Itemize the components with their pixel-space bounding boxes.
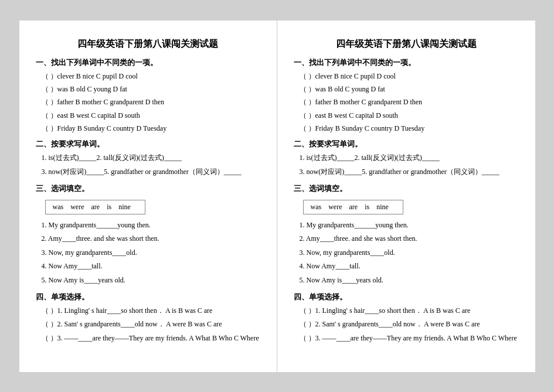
section1-line-1: （ ）was B old C young D fat — [300, 83, 519, 95]
section3-line-0: 1. My grandparents______young then. — [300, 219, 519, 232]
section1-line-1: （ ）was B old C young D fat — [42, 83, 260, 95]
section3-line-1: 2. Amy____three. and she was short then. — [300, 233, 519, 246]
section1-line-4: （ ）Friday B Sunday C country D Tuesday — [42, 122, 260, 134]
section3-line-3: 4. Now Amy____tall. — [300, 260, 519, 273]
word-box-item: nine — [118, 203, 131, 211]
section4-line-1: （ ）2. Sam' s grandparents____old now． A … — [300, 318, 519, 331]
section1-header: 一、找出下列单词中不同类的一项。 — [294, 57, 519, 68]
section3-line-4: 5. Now Amy is____years old. — [300, 274, 519, 287]
word-box-item: was — [311, 203, 322, 211]
word-box-item: are — [91, 203, 100, 211]
word-box-item: are — [349, 203, 358, 211]
section3-line-0: 1. My grandparents______young then. — [42, 219, 260, 232]
section2-line-1: 3. now(对应词)_____5. grandfather or grandm… — [300, 166, 519, 179]
paper-1: 四年级英语下册第八课闯关测试题一、找出下列单词中不同类的一项。（ ）clever… — [19, 21, 277, 372]
word-box-item: is — [107, 203, 111, 211]
section3-line-2: 3. Now, my grandparents____old. — [300, 247, 519, 260]
word-box-item: was — [53, 203, 64, 211]
word-box: waswereareisnine — [45, 200, 145, 214]
section1-line-4: （ ）Friday B Sunday C country D Tuesday — [300, 122, 519, 134]
section4-header: 四、单项选择。 — [294, 292, 519, 302]
section4-line-0: （ ）1. Lingling' s hair____so short then．… — [42, 305, 260, 318]
paper-2: 四年级英语下册第八课闯关测试题一、找出下列单词中不同类的一项。（ ）clever… — [277, 21, 535, 372]
section1-line-2: （ ）father B mother C grandparent D then — [42, 96, 260, 108]
word-box-item: were — [70, 203, 84, 211]
section3-header: 三、选词填空。 — [36, 183, 260, 194]
section2-header: 二、按要求写单词。 — [294, 139, 519, 149]
word-box-item: is — [365, 203, 369, 211]
section1-line-3: （ ）east B west C capital D south — [300, 110, 519, 121]
word-box-item: were — [328, 203, 342, 211]
section3-line-3: 4. Now Amy____tall. — [42, 260, 260, 273]
section1-line-2: （ ）father B mother C grandparent D then — [300, 96, 519, 108]
section3-line-4: 5. Now Amy is____years old. — [42, 274, 260, 287]
section2-line-0: 1. is(过去式)_____2. tall(反义词)(过去式)_____ — [300, 152, 519, 165]
section4-line-0: （ ）1. Lingling' s hair____so short then．… — [300, 305, 519, 318]
section1-line-3: （ ）east B west C capital D south — [42, 110, 260, 121]
paper-title: 四年级英语下册第八课闯关测试题 — [36, 38, 260, 50]
section2-header: 二、按要求写单词。 — [36, 139, 260, 149]
section3-line-2: 3. Now, my grandparents____old. — [42, 247, 260, 260]
section1-line-0: （ ）clever B nice C pupil D cool — [42, 70, 260, 82]
section4-line-1: （ ）2. Sam' s grandparents____old now． A … — [42, 318, 260, 331]
section1-line-0: （ ）clever B nice C pupil D cool — [300, 70, 519, 82]
word-box: waswereareisnine — [303, 200, 403, 214]
section2-line-1: 3. now(对应词)_____5. grandfather or grandm… — [42, 166, 260, 179]
section3-header: 三、选词填空。 — [294, 183, 519, 194]
section4-line-2: （ ）3. ——____are they——They are my friend… — [300, 332, 519, 345]
section1-header: 一、找出下列单词中不同类的一项。 — [36, 57, 260, 68]
section3-line-1: 2. Amy____three. and she was short then. — [42, 233, 260, 246]
section2-line-0: 1. is(过去式)_____2. tall(反义词)(过去式)_____ — [42, 152, 260, 165]
section4-header: 四、单项选择。 — [36, 292, 260, 302]
word-box-item: nine — [376, 203, 389, 211]
section4-line-2: （ ）3. ——____are they——They are my friend… — [42, 332, 260, 345]
paper-title: 四年级英语下册第八课闯关测试题 — [294, 38, 519, 50]
page-container: 四年级英语下册第八课闯关测试题一、找出下列单词中不同类的一项。（ ）clever… — [19, 21, 535, 372]
